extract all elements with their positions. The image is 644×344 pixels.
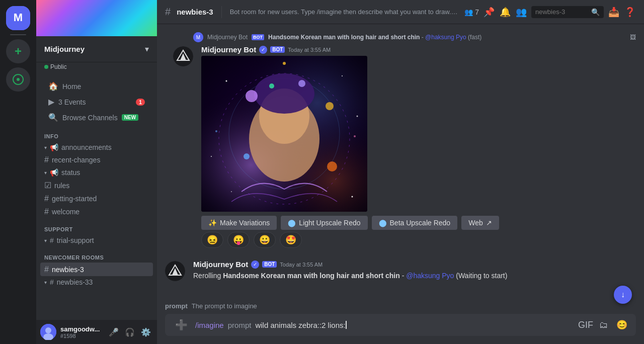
section-header-newcomer[interactable]: NEWCOMER ROOMS — [36, 246, 157, 263]
channel-group-announcements[interactable]: ▾ 📢 announcements — [40, 141, 153, 153]
reaction-btn-0[interactable]: 😖 — [201, 232, 223, 248]
messages-container: M Midjourney Bot BOT Handsome Korean man… — [157, 24, 644, 289]
notification-button[interactable]: 🔔 — [499, 6, 511, 18]
ref-link-icon[interactable]: 🖼 — [630, 34, 636, 41]
header-divider — [221, 6, 222, 18]
attach-button[interactable]: ➕ — [171, 314, 191, 336]
rerolling-time: Today at 3:55 AM — [280, 262, 323, 268]
status-channel-icon: 📢 — [50, 168, 58, 177]
server-list-divider — [10, 34, 26, 35]
headphones-button[interactable]: 🎧 — [123, 325, 137, 339]
scroll-btn-icon[interactable]: ↓ — [614, 286, 632, 304]
channel-item-newbies-3[interactable]: # newbies-3 👤+ — [40, 263, 153, 276]
ref-bot-badge: BOT — [252, 34, 264, 40]
help-button[interactable]: ❓ — [624, 6, 636, 18]
sidebar-content: 🏠 Home ▶ 3 Events 1 🔍 Browse Channels NE… — [36, 74, 157, 320]
hash-icon-3: # — [44, 207, 49, 216]
svg-point-33 — [283, 62, 286, 65]
status-dot — [44, 65, 48, 69]
hash-icon-newbies33: # — [50, 278, 54, 286]
members-count[interactable]: 👥 7 — [464, 8, 479, 16]
rerolling-mention[interactable]: @haksung Pyo — [406, 272, 454, 280]
make-variations-button[interactable]: ✨ Make Variations — [201, 216, 277, 230]
sidebar-header[interactable]: Midjourney ▾ — [36, 36, 157, 62]
channel-item-rules[interactable]: ☑ rules — [40, 179, 153, 192]
message-input-container: ➕ /imagine prompt wild animals zebra::2 … — [165, 314, 636, 336]
command-value: wild animals zebra::2 lions: — [255, 321, 345, 329]
rerolling-author[interactable]: Midjourney Bot — [193, 260, 248, 269]
section-header-info[interactable]: INFO — [36, 125, 157, 141]
channel-label-newbies-3: newbies-3 — [52, 266, 84, 274]
section-label-info: INFO — [44, 133, 58, 139]
channel-label-rules: rules — [54, 182, 69, 190]
message-body: Midjourney Bot ✓ BOT Today at 3:55 AM — [201, 45, 628, 250]
make-variations-label: Make Variations — [220, 219, 270, 227]
search-input[interactable] — [535, 8, 589, 16]
svg-point-20 — [326, 102, 334, 110]
channel-group-status[interactable]: ▾ 📢 status — [40, 166, 153, 179]
hash-icon-newbies3: # — [44, 265, 49, 274]
sidebar-nav-label-home: Home — [62, 82, 81, 91]
channel-label-getting-started: getting-started — [52, 195, 97, 203]
channel-item-getting-started[interactable]: # getting-started — [40, 192, 153, 205]
members-list-button[interactable]: 👥 — [515, 6, 527, 18]
web-button[interactable]: Web ↗ — [461, 216, 499, 230]
channel-topic: Bot room for new users. Type /imagine th… — [230, 8, 459, 16]
action-buttons: ✨ Make Variations ⬤ Light Upscale Redo ⬤… — [201, 216, 628, 230]
reaction-btn-2[interactable]: 😀 — [254, 232, 276, 248]
channel-label-welcome: welcome — [52, 208, 79, 216]
sidebar-item-home[interactable]: 🏠 Home — [40, 78, 153, 94]
beta-upscale-label: Beta Upscale Redo — [390, 219, 451, 227]
text-cursor — [346, 321, 347, 329]
message-author[interactable]: Midjourney Bot — [201, 45, 256, 54]
settings-button[interactable]: ⚙️ — [139, 325, 153, 339]
light-upscale-redo-button[interactable]: ⬤ Light Upscale Redo — [281, 216, 367, 230]
section-header-support[interactable]: SUPPORT — [36, 218, 157, 234]
channel-group-trial-support[interactable]: ▾ # trial-support — [40, 234, 153, 246]
members-icon: 👥 — [464, 8, 473, 16]
prompt-hint: prompt The prompt to imagine — [157, 298, 644, 314]
prompt-hint-label: prompt — [165, 302, 188, 310]
server-icon-midjourney[interactable]: M — [6, 6, 30, 30]
microphone-button[interactable]: 🎤 — [107, 325, 121, 339]
svg-point-29 — [352, 196, 353, 198]
reaction-btn-1[interactable]: 😛 — [227, 232, 250, 248]
channel-item-recent-changes[interactable]: # recent-changes — [40, 153, 153, 166]
rerolling-header: Midjourney Bot ✓ BOT Today at 3:55 AM — [193, 260, 636, 269]
section-label-support: SUPPORT — [44, 226, 73, 232]
hash-icon: # — [44, 155, 49, 164]
channel-item-welcome[interactable]: # welcome — [40, 205, 153, 218]
beta-upscale-redo-button[interactable]: ⬤ Beta Upscale Redo — [372, 216, 458, 230]
sidebar-item-events[interactable]: ▶ 3 Events 1 — [40, 94, 153, 110]
command-slash: /imagine — [195, 321, 224, 329]
rerolling-bold: Handsome Korean man with long hair and s… — [223, 272, 400, 280]
command-input[interactable]: /imagine prompt wild animals zebra::2 li… — [191, 316, 578, 334]
rerolling-body: Midjourney Bot ✓ BOT Today at 3:55 AM Re… — [193, 260, 636, 281]
announce-icon: 📢 — [50, 143, 58, 151]
discover-button[interactable] — [6, 67, 30, 92]
prev-msg-ref: M Midjourney Bot BOT Handsome Korean man… — [165, 32, 636, 42]
gif-button[interactable]: GIF — [578, 314, 594, 336]
svg-point-28 — [211, 156, 212, 157]
inbox-button[interactable]: 📥 — [608, 6, 620, 18]
svg-point-31 — [215, 130, 217, 132]
server-public-label: Public — [50, 63, 67, 70]
light-upscale-icon: ⬤ — [288, 219, 296, 227]
external-link-icon: ↗ — [486, 219, 492, 227]
channel-group-newbies-33[interactable]: ▾ # newbies-33 — [40, 276, 153, 288]
browse-icon: 🔍 — [48, 113, 58, 122]
sticker-button[interactable]: 🗂 — [596, 314, 612, 336]
search-box[interactable]: 🔍 — [531, 6, 604, 18]
server-banner — [36, 0, 157, 36]
emoji-button[interactable]: 😊 — [614, 314, 630, 336]
beta-upscale-icon: ⬤ — [379, 219, 387, 227]
add-server-button[interactable]: + — [6, 39, 30, 63]
ref-text: Handsome Korean man with long hair and s… — [268, 34, 626, 41]
scroll-to-bottom[interactable]: ↓ — [614, 286, 632, 304]
reaction-emoji-1: 😛 — [233, 234, 244, 245]
section-label-newcomer: NEWCOMER ROOMS — [44, 254, 104, 261]
sidebar-item-browse[interactable]: 🔍 Browse Channels NEW — [40, 110, 153, 125]
pin-button[interactable]: 📌 — [483, 6, 495, 18]
ref-avatar: M — [193, 32, 203, 42]
reaction-btn-3[interactable]: 🤩 — [280, 232, 302, 248]
